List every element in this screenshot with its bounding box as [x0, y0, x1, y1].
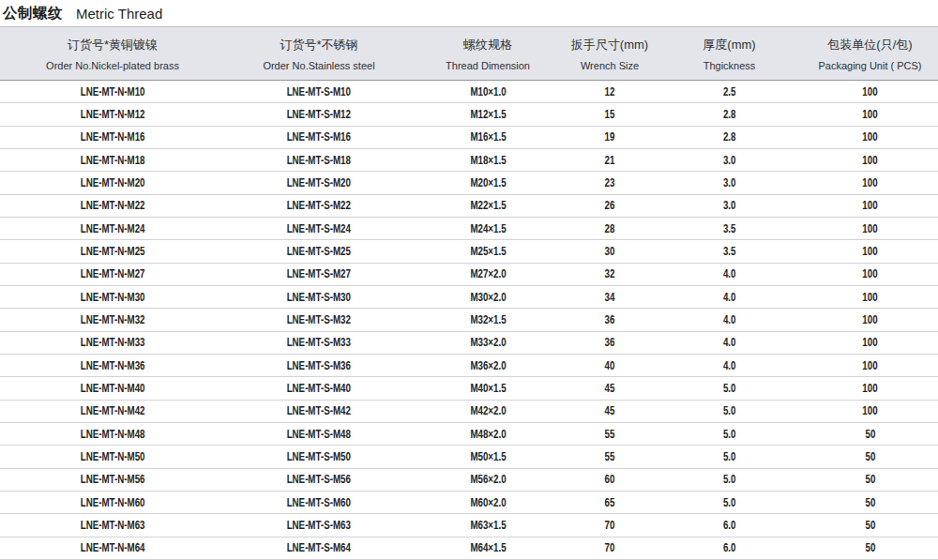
column-header-thickness: 厚度(mm) Thgickness	[657, 27, 802, 80]
table-body: LNE-MT-N-M10 LNE-MT-S-M10 M10×1.0 12 2.5…	[0, 81, 938, 560]
table-cell-thread-dimension: M30×2.0	[413, 286, 563, 308]
column-header-label-zh: 螺纹规格	[463, 37, 512, 53]
table-row: LNE-MT-N-M42 LNE-MT-S-M42 M42×2.0 45 5.0…	[0, 401, 938, 423]
table-cell-wrench-size: 55	[563, 446, 657, 467]
table-cell-order-no-stainless: LNE-MT-S-M48	[225, 423, 413, 445]
table-cell-order-no-stainless: LNE-MT-S-M50	[225, 446, 413, 467]
table-cell-packaging-unit: 100	[802, 103, 938, 125]
table-cell-order-no-stainless: LNE-MT-S-M33	[225, 332, 413, 354]
column-header-order-no-stainless: 订货号*不锈钢 Order No.Stainless steel	[225, 27, 413, 80]
table-row: LNE-MT-N-M20 LNE-MT-S-M20 M20×1.5 23 3.0…	[0, 172, 938, 194]
table-row: LNE-MT-N-M16 LNE-MT-S-M16 M16×1.5 19 2.8…	[0, 127, 938, 149]
table-cell-order-no-stainless: LNE-MT-S-M22	[225, 195, 413, 217]
table-cell-order-no-brass: LNE-MT-N-M63	[0, 514, 225, 536]
table-cell-order-no-stainless: LNE-MT-S-M25	[225, 240, 413, 262]
table-cell-order-no-brass: LNE-MT-N-M12	[0, 103, 225, 125]
table-cell-packaging-unit: 100	[802, 127, 938, 148]
table-cell-order-no-brass: LNE-MT-N-M10	[0, 81, 225, 102]
page-title-en: Metric Thread	[76, 6, 162, 22]
column-header-label-zh: 扳手尺寸(mm)	[571, 37, 648, 53]
table-cell-wrench-size: 40	[563, 355, 657, 376]
table-cell-order-no-brass: LNE-MT-N-M25	[0, 240, 225, 262]
table-cell-wrench-size: 26	[563, 195, 657, 217]
table-cell-wrench-size: 36	[563, 332, 657, 354]
table-cell-order-no-stainless: LNE-MT-S-M16	[225, 127, 413, 148]
table-cell-order-no-brass: LNE-MT-N-M16	[0, 127, 225, 148]
table-cell-wrench-size: 70	[563, 537, 657, 559]
table-cell-order-no-stainless: LNE-MT-S-M63	[225, 514, 413, 536]
table-cell-thickness: 2.5	[657, 81, 802, 102]
table-cell-thread-dimension: M18×1.5	[413, 149, 563, 171]
table-cell-wrench-size: 65	[563, 492, 657, 513]
column-header-label-zh: 包装单位(只/包)	[827, 37, 912, 53]
table-cell-thread-dimension: M50×1.5	[413, 446, 563, 467]
table-cell-order-no-brass: LNE-MT-N-M22	[0, 195, 225, 217]
table-cell-order-no-brass: LNE-MT-N-M20	[0, 172, 225, 193]
table-row: LNE-MT-N-M56 LNE-MT-S-M56 M56×2.0 60 5.0…	[0, 469, 938, 492]
table-cell-packaging-unit: 100	[802, 81, 938, 102]
table-row: LNE-MT-N-M48 LNE-MT-S-M48 M48×2.0 55 5.0…	[0, 423, 938, 446]
table-cell-thread-dimension: M63×1.5	[413, 514, 563, 536]
table-cell-order-no-stainless: LNE-MT-S-M36	[225, 355, 413, 376]
table-row: LNE-MT-N-M33 LNE-MT-S-M33 M33×2.0 36 4.0…	[0, 332, 938, 355]
table-cell-thread-dimension: M56×2.0	[413, 469, 563, 491]
table-cell-packaging-unit: 50	[802, 537, 938, 559]
table-cell-thread-dimension: M33×2.0	[413, 332, 563, 354]
table-cell-wrench-size: 15	[563, 103, 657, 125]
table-cell-packaging-unit: 100	[802, 149, 938, 171]
table-row: LNE-MT-N-M18 LNE-MT-S-M18 M18×1.5 21 3.0…	[0, 149, 938, 172]
table-cell-order-no-stainless: LNE-MT-S-M56	[225, 469, 413, 491]
table-cell-packaging-unit: 100	[802, 401, 938, 422]
table-cell-order-no-stainless: LNE-MT-S-M24	[225, 218, 413, 239]
table-cell-order-no-brass: LNE-MT-N-M30	[0, 286, 225, 308]
table-cell-wrench-size: 19	[563, 127, 657, 148]
table-cell-order-no-brass: LNE-MT-N-M33	[0, 332, 225, 354]
table-cell-order-no-stainless: LNE-MT-S-M10	[225, 81, 413, 102]
table-cell-order-no-brass: LNE-MT-N-M50	[0, 446, 225, 467]
table-cell-thickness: 2.8	[657, 103, 802, 125]
column-header-order-no-brass: 订货号*黄铜镀镍 Order No.Nickel-plated brass	[0, 27, 225, 80]
table-cell-wrench-size: 12	[563, 81, 657, 102]
page-title: 公制螺纹 Metric Thread	[0, 0, 938, 26]
table-cell-packaging-unit: 100	[802, 355, 938, 376]
table-cell-thickness: 5.0	[657, 446, 802, 467]
column-header-label-en: Thgickness	[704, 60, 756, 71]
table-row: LNE-MT-N-M64 LNE-MT-S-M64 M64×1.5 70 6.0…	[0, 537, 938, 560]
table-row: LNE-MT-N-M10 LNE-MT-S-M10 M10×1.0 12 2.5…	[0, 81, 938, 103]
table-cell-thickness: 6.0	[657, 514, 802, 536]
table-cell-thread-dimension: M32×1.5	[413, 309, 563, 330]
table-cell-wrench-size: 21	[563, 149, 657, 171]
table-cell-order-no-stainless: LNE-MT-S-M27	[225, 264, 413, 285]
table-cell-packaging-unit: 50	[802, 446, 938, 467]
table-cell-wrench-size: 32	[563, 264, 657, 285]
table-cell-order-no-brass: LNE-MT-N-M48	[0, 423, 225, 445]
table-cell-packaging-unit: 100	[802, 172, 938, 193]
table-cell-thickness: 5.0	[657, 423, 802, 445]
table-cell-thread-dimension: M16×1.5	[413, 127, 563, 148]
column-header-label-en: Packaging Unit ( PCS)	[818, 60, 921, 71]
table-cell-thread-dimension: M25×1.5	[413, 240, 563, 262]
table-row: LNE-MT-N-M50 LNE-MT-S-M50 M50×1.5 55 5.0…	[0, 446, 938, 468]
table-cell-thickness: 4.0	[657, 286, 802, 308]
table-cell-thickness: 3.0	[657, 195, 802, 217]
table-row: LNE-MT-N-M22 LNE-MT-S-M22 M22×1.5 26 3.0…	[0, 195, 938, 218]
table-cell-thickness: 4.0	[657, 309, 802, 330]
table-cell-thread-dimension: M36×2.0	[413, 355, 563, 376]
table-cell-thread-dimension: M24×1.5	[413, 218, 563, 239]
table-cell-thickness: 4.0	[657, 332, 802, 354]
table-cell-order-no-stainless: LNE-MT-S-M42	[225, 401, 413, 422]
table-cell-order-no-stainless: LNE-MT-S-M64	[225, 537, 413, 559]
table-cell-order-no-stainless: LNE-MT-S-M30	[225, 286, 413, 308]
table-cell-packaging-unit: 100	[802, 240, 938, 262]
column-header-label-zh: 厚度(mm)	[703, 37, 755, 53]
table-cell-thread-dimension: M40×1.5	[413, 377, 563, 399]
table-cell-thickness: 5.0	[657, 377, 802, 399]
table-cell-order-no-brass: LNE-MT-N-M36	[0, 355, 225, 376]
column-header-packaging-unit: 包装单位(只/包) Packaging Unit ( PCS)	[802, 27, 938, 80]
table-cell-thickness: 6.0	[657, 537, 802, 559]
column-header-label-en: Wrench Size	[581, 60, 639, 71]
table-cell-packaging-unit: 100	[802, 332, 938, 354]
table-cell-packaging-unit: 50	[802, 423, 938, 445]
table-cell-order-no-brass: LNE-MT-N-M27	[0, 264, 225, 285]
table-cell-order-no-stainless: LNE-MT-S-M32	[225, 309, 413, 330]
